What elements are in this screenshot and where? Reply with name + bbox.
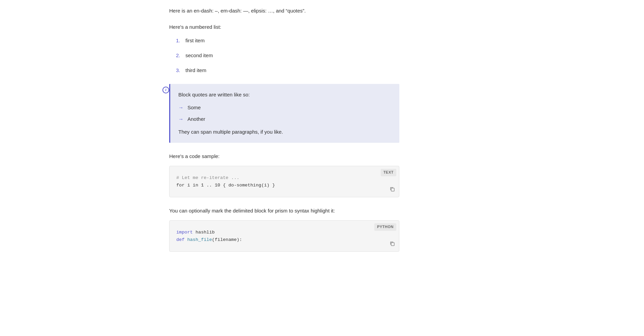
copy-icon-python <box>390 241 395 246</box>
numbered-list-section: Here's a numbered list: 1. first item 2.… <box>169 23 399 74</box>
blockquote-list: → Some → Another <box>178 104 391 123</box>
copy-button-python[interactable] <box>388 240 396 249</box>
code-text-line2: for i in 1 .. 10 { do-something(i) } <box>176 183 275 188</box>
list-text-2: second item <box>185 51 213 60</box>
python-keyword-import: import <box>176 230 193 235</box>
python-keyword-def: def <box>176 237 187 242</box>
blockquote-box: Block quotes are written like so: → Some… <box>169 84 399 143</box>
blockquote-footer: They can span multiple paragraphs, if yo… <box>178 128 391 136</box>
numbered-list: 1. first item 2. second item 3. third it… <box>176 37 399 74</box>
copy-icon <box>390 186 395 192</box>
python-function-name: hash_file <box>187 237 212 242</box>
code-sample-section: Here's a code sample: TEXT # Let me re-i… <box>169 152 399 197</box>
info-icon-label: i <box>165 87 166 93</box>
code-sample-label: Here's a code sample: <box>169 152 399 160</box>
blockquote-wrapper: i Block quotes are written like so: → So… <box>169 84 399 143</box>
blockquote-item-text-2: Another <box>187 115 205 123</box>
code-line-1: # Let me re-iterate ... <box>176 174 392 182</box>
code-comment: # Let me re-iterate ... <box>176 175 239 180</box>
list-item: 2. second item <box>176 51 399 60</box>
numbered-list-label: Here's a numbered list: <box>169 23 399 31</box>
list-text-3: third item <box>185 66 206 74</box>
blockquote-list-item: → Another <box>178 115 391 123</box>
arrow-icon: → <box>178 104 183 112</box>
list-number-2: 2. <box>176 51 185 60</box>
syntax-label: You can optionally mark the delimited bl… <box>169 207 399 215</box>
copy-button-text[interactable] <box>388 185 396 194</box>
code-block-text: # Let me re-iterate ... for i in 1 .. 10… <box>170 166 399 197</box>
content-area: Here is an en-dash: –, em-dash: —, elips… <box>156 0 413 282</box>
list-text-1: first item <box>185 37 205 45</box>
python-module: hashlib <box>196 230 215 235</box>
syntax-section: You can optionally mark the delimited bl… <box>169 207 399 252</box>
code-line-2: for i in 1 .. 10 { do-something(i) } <box>176 182 392 189</box>
list-number-3: 3. <box>176 66 185 74</box>
text-code-block-wrapper: TEXT # Let me re-iterate ... for i in 1 … <box>169 166 399 197</box>
code-language-tag-python: PYTHON <box>374 223 396 231</box>
code-block-python: import hashlib def hash_file(filename): <box>170 221 399 251</box>
svg-rect-0 <box>391 188 394 191</box>
info-icon: i <box>162 87 169 93</box>
python-line-1: import hashlib <box>176 229 392 236</box>
blockquote-list-item: → Some <box>178 104 391 112</box>
page-container: Here is an en-dash: –, em-dash: —, elips… <box>0 0 644 336</box>
code-language-tag-text: TEXT <box>381 169 396 176</box>
list-item: 1. first item <box>176 37 399 45</box>
list-item: 3. third item <box>176 66 399 74</box>
en-dash-paragraph: Here is an en-dash: –, em-dash: —, elips… <box>169 7 399 15</box>
blockquote-item-text-1: Some <box>187 104 201 112</box>
python-code-block-wrapper: PYTHON import hashlib def hash_file(file… <box>169 220 399 252</box>
python-args: (filename): <box>212 237 242 242</box>
blockquote-intro: Block quotes are written like so: <box>178 91 391 99</box>
python-line-2: def hash_file(filename): <box>176 236 392 244</box>
svg-rect-1 <box>391 243 394 246</box>
arrow-icon: → <box>178 115 183 123</box>
list-number-1: 1. <box>176 37 185 45</box>
